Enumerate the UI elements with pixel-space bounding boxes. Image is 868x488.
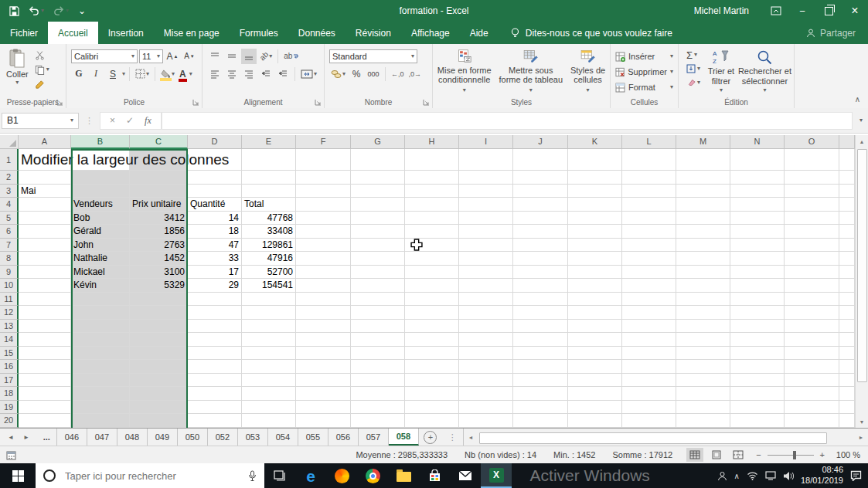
align-left-button[interactable] — [207, 66, 223, 82]
tell-me-box[interactable]: Dites-nous ce que vous voulez faire — [511, 22, 672, 44]
cell-E12[interactable] — [242, 306, 296, 320]
cell-O5[interactable] — [785, 212, 839, 225]
cell-A6[interactable] — [19, 225, 71, 239]
cell-A7[interactable] — [19, 239, 71, 252]
cell-K16[interactable] — [568, 360, 622, 374]
save-button[interactable] — [9, 6, 19, 16]
column-header-l[interactable]: L — [622, 135, 676, 149]
cell-F6[interactable] — [296, 225, 351, 239]
cell-C8[interactable]: 1452 — [130, 252, 188, 266]
cell-E13[interactable] — [242, 320, 296, 334]
sheet-tab-053[interactable]: 053 — [238, 429, 268, 446]
cell-I13[interactable] — [459, 320, 513, 334]
cell-M12[interactable] — [676, 306, 730, 320]
cell-I10[interactable] — [459, 279, 513, 293]
display-connect-icon[interactable] — [765, 471, 776, 480]
cell-J16[interactable] — [513, 360, 568, 374]
cell-partial-13[interactable] — [839, 320, 855, 334]
column-header-h[interactable]: H — [405, 135, 459, 149]
cell-H2[interactable] — [405, 171, 459, 185]
cell-M20[interactable] — [676, 414, 730, 428]
cell-E8[interactable]: 47916 — [242, 252, 296, 266]
edge-taskbar-icon[interactable]: e — [295, 463, 326, 488]
formula-input[interactable] — [162, 112, 853, 130]
cell-F8[interactable] — [296, 252, 351, 266]
cell-partial-2[interactable] — [839, 171, 855, 185]
sheet-tab-046[interactable]: 046 — [57, 429, 87, 446]
cell-partial-4[interactable] — [839, 198, 855, 212]
cell-I6[interactable] — [459, 225, 513, 239]
cell-B20[interactable] — [71, 414, 130, 428]
cell-O2[interactable] — [785, 171, 839, 185]
row-header-11[interactable]: 11 — [0, 293, 19, 307]
cell-J11[interactable] — [513, 293, 568, 307]
sheet-tab-050[interactable]: 050 — [178, 429, 208, 446]
cell-I7[interactable] — [459, 239, 513, 252]
cell-C2[interactable] — [130, 171, 188, 185]
format-painter-button[interactable] — [33, 78, 51, 90]
cell-L16[interactable] — [622, 360, 676, 374]
cell-K9[interactable] — [568, 266, 622, 280]
cell-A12[interactable] — [19, 306, 71, 320]
cell-A13[interactable] — [19, 320, 71, 334]
cell-O19[interactable] — [785, 401, 839, 415]
sheet-tab-049[interactable]: 049 — [148, 429, 178, 446]
cell-N8[interactable] — [730, 252, 785, 266]
cell-O14[interactable] — [785, 333, 839, 347]
cell-C3[interactable] — [130, 185, 188, 198]
share-button[interactable]: Partager — [806, 22, 868, 44]
row-header-15[interactable]: 15 — [0, 347, 19, 361]
cell-H14[interactable] — [405, 333, 459, 347]
cell-D8[interactable]: 33 — [188, 252, 242, 266]
cell-K19[interactable] — [568, 401, 622, 415]
cell-F9[interactable] — [296, 266, 351, 280]
taskbar-search-input[interactable] — [63, 469, 240, 483]
taskbar-clock[interactable]: 08:46 18/01/2019 — [801, 465, 843, 486]
cell-M8[interactable] — [676, 252, 730, 266]
cell-C19[interactable] — [130, 401, 188, 415]
page-layout-view-button[interactable] — [708, 448, 725, 462]
cell-A16[interactable] — [19, 360, 71, 374]
cell-K2[interactable] — [568, 171, 622, 185]
next-sheet-button[interactable]: ► — [23, 434, 29, 441]
cell-G10[interactable] — [351, 279, 405, 293]
cell-B3[interactable] — [71, 185, 130, 198]
macro-record-icon[interactable] — [6, 450, 16, 460]
cell-M5[interactable] — [676, 212, 730, 225]
people-icon[interactable] — [717, 471, 727, 481]
cell-K13[interactable] — [568, 320, 622, 334]
font-color-button[interactable]: A▾ — [178, 66, 194, 82]
row-header-3[interactable]: 3 — [0, 185, 19, 198]
cell-D9[interactable]: 17 — [188, 266, 242, 280]
vertical-scroll-thumb[interactable] — [857, 149, 867, 382]
cell-M14[interactable] — [676, 333, 730, 347]
cell-G9[interactable] — [351, 266, 405, 280]
cell-O7[interactable] — [785, 239, 839, 252]
cell-E11[interactable] — [242, 293, 296, 307]
find-select-button[interactable]: Rechercher et sélectionner ▾ — [737, 47, 792, 93]
cell-I5[interactable] — [459, 212, 513, 225]
row-header-4[interactable]: 4 — [0, 198, 19, 212]
cell-partial-7[interactable] — [839, 239, 855, 252]
cell-C12[interactable] — [130, 306, 188, 320]
cell-C18[interactable] — [130, 387, 188, 401]
cell-O1[interactable] — [785, 149, 839, 171]
cell-L13[interactable] — [622, 320, 676, 334]
task-view-button[interactable] — [264, 463, 295, 488]
collapse-ribbon-button[interactable]: ∧ — [855, 95, 860, 103]
cell-H20[interactable] — [405, 414, 459, 428]
scroll-up-icon[interactable]: ▲ — [856, 135, 868, 147]
file-explorer-taskbar-icon[interactable] — [388, 463, 419, 488]
cell-M7[interactable] — [676, 239, 730, 252]
row-header-8[interactable]: 8 — [0, 252, 19, 266]
column-header-k[interactable]: K — [568, 135, 622, 149]
cell-J10[interactable] — [513, 279, 568, 293]
cell-G15[interactable] — [351, 347, 405, 361]
sheet-tab-057[interactable]: 057 — [359, 429, 389, 446]
fill-button[interactable]: ▾ — [685, 63, 702, 75]
microphone-icon[interactable] — [248, 470, 257, 482]
cell-B14[interactable] — [71, 333, 130, 347]
cell-K3[interactable] — [568, 185, 622, 198]
cell-L6[interactable] — [622, 225, 676, 239]
cell-J8[interactable] — [513, 252, 568, 266]
